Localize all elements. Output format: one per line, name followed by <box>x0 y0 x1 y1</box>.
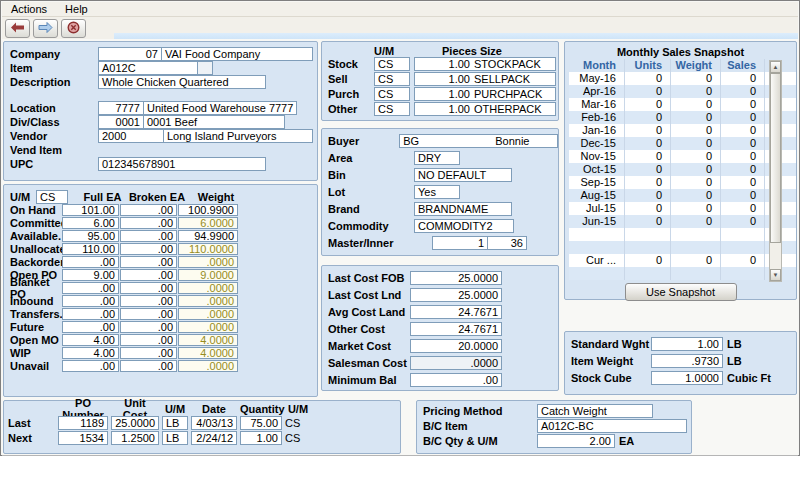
po-number-field[interactable]: 1189 <box>58 416 108 430</box>
company-name-field[interactable]: VAI Food Company <box>161 47 313 61</box>
quantity-full-field[interactable]: 110.00 <box>62 243 119 255</box>
snapshot-row[interactable]: Sep-15 0 0 0 <box>569 176 796 189</box>
po-qty-field[interactable]: 1.00 <box>240 431 282 445</box>
po-number-field[interactable]: 1534 <box>58 431 108 445</box>
quantity-weight-field[interactable]: 4.0000 <box>178 334 238 346</box>
brand-field[interactable]: BRANDNAME <box>414 202 512 216</box>
quantity-weight-field[interactable]: 9.0000 <box>178 269 238 281</box>
area-field[interactable]: DRY <box>414 151 460 165</box>
snapshot-row[interactable]: Jan-16 0 0 0 <box>569 124 796 137</box>
quantity-full-field[interactable]: .00 <box>62 360 119 372</box>
quantity-full-field[interactable]: .00 <box>62 282 119 294</box>
uom-pack-field[interactable]: 1.00OTHERPACK <box>414 102 556 116</box>
quantity-weight-field[interactable]: .0000 <box>178 308 238 320</box>
snapshot-row[interactable] <box>569 228 796 241</box>
quantity-weight-field[interactable]: 94.9900 <box>178 230 238 242</box>
snapshot-row[interactable]: May-16 0 0 0 <box>569 72 796 85</box>
quantity-weight-field[interactable]: 110.0000 <box>178 243 238 255</box>
vendor-code-field[interactable]: 2000 <box>98 129 164 143</box>
quantity-full-field[interactable]: 4.00 <box>62 347 119 359</box>
po-um1-field[interactable]: LB <box>162 431 188 445</box>
master-field[interactable]: 1 <box>432 236 488 250</box>
weight-value-field[interactable]: 1.0000 <box>651 371 723 385</box>
uom-pack-field[interactable]: 1.00PURCHPACK <box>414 87 556 101</box>
bc-qty-field[interactable]: 2.00 <box>537 434 615 448</box>
description-field[interactable]: Whole Chicken Quartered <box>98 75 266 89</box>
po-unit-cost-field[interactable]: 25.0000 <box>111 416 159 430</box>
quantity-broken-field[interactable]: .00 <box>120 217 177 229</box>
weight-value-field[interactable]: 1.00 <box>651 337 723 351</box>
uom-um-field[interactable]: CS <box>374 57 410 71</box>
quantity-weight-field[interactable]: .0000 <box>178 321 238 333</box>
snapshot-row[interactable] <box>569 267 796 280</box>
bin-field[interactable]: NO DEFAULT <box>414 168 512 182</box>
inner-field[interactable]: 36 <box>487 236 527 250</box>
quantity-broken-field[interactable]: .00 <box>120 269 177 281</box>
quantity-broken-field[interactable]: .00 <box>120 321 177 333</box>
snapshot-row[interactable]: Aug-15 0 0 0 <box>569 189 796 202</box>
back-button[interactable] <box>5 19 30 38</box>
weight-value-field[interactable]: .9730 <box>651 354 723 368</box>
snapshot-row[interactable]: Jul-15 0 0 0 <box>569 202 796 215</box>
location-name-field[interactable]: United Food Warehouse 7777 <box>143 101 297 115</box>
snapshot-row[interactable]: Oct-15 0 0 0 <box>569 163 796 176</box>
uom-um-field[interactable]: CS <box>374 72 410 86</box>
snapshot-row[interactable] <box>569 241 796 254</box>
bc-item-field[interactable]: A012C-BC <box>537 419 687 433</box>
quantity-broken-field[interactable]: .00 <box>120 256 177 268</box>
quantity-weight-field[interactable]: .0000 <box>178 360 238 372</box>
scrollbar-thumb[interactable] <box>770 73 781 243</box>
buyer-field[interactable]: BGBonnie <box>399 134 558 148</box>
quantity-full-field[interactable]: .00 <box>62 308 119 320</box>
location-code-field[interactable]: 7777 <box>98 101 144 115</box>
forward-button[interactable] <box>33 19 58 38</box>
quantity-full-field[interactable]: 9.00 <box>62 269 119 281</box>
use-snapshot-button[interactable]: Use Snapshot <box>625 283 737 301</box>
quantity-full-field[interactable]: 6.00 <box>62 217 119 229</box>
div-class-code-field[interactable]: 0001 <box>98 115 144 129</box>
um-input[interactable]: CS <box>36 190 68 204</box>
po-qty-field[interactable]: 75.00 <box>240 416 282 430</box>
cost-value-field[interactable]: .0000 <box>410 356 502 370</box>
cost-value-field[interactable]: .00 <box>410 373 502 387</box>
quantity-broken-field[interactable]: .00 <box>120 243 177 255</box>
quantity-weight-field[interactable]: 100.9900 <box>178 204 238 216</box>
commodity-field[interactable]: COMMODITY2 <box>414 219 514 233</box>
cost-value-field[interactable]: 24.7671 <box>410 322 502 336</box>
snapshot-row[interactable]: Apr-16 0 0 0 <box>569 85 796 98</box>
po-um1-field[interactable]: LB <box>162 416 188 430</box>
quantity-broken-field[interactable]: .00 <box>120 204 177 216</box>
snapshot-row[interactable]: Feb-16 0 0 0 <box>569 111 796 124</box>
div-class-name-field[interactable]: 0001 Beef <box>143 115 285 129</box>
pricing-method-field[interactable]: Catch Weight <box>537 404 653 418</box>
quantity-weight-field[interactable]: 4.0000 <box>178 347 238 359</box>
menu-help[interactable]: Help <box>56 2 97 16</box>
po-unit-cost-field[interactable]: 1.2500 <box>111 431 159 445</box>
menu-actions[interactable]: Actions <box>2 2 56 16</box>
cost-value-field[interactable]: 25.0000 <box>410 271 502 285</box>
cost-value-field[interactable]: 24.7671 <box>410 305 502 319</box>
quantity-full-field[interactable]: .00 <box>62 321 119 333</box>
po-date-field[interactable]: 4/03/13 <box>191 416 237 430</box>
snapshot-scrollbar[interactable]: ▲ ▼ <box>769 60 782 282</box>
quantity-broken-field[interactable]: .00 <box>120 360 177 372</box>
uom-pack-field[interactable]: 1.00STOCKPACK <box>414 57 556 71</box>
quantity-broken-field[interactable]: .00 <box>120 295 177 307</box>
quantity-full-field[interactable]: 4.00 <box>62 334 119 346</box>
quantity-full-field[interactable]: .00 <box>62 295 119 307</box>
snapshot-row[interactable]: Cur ... 0 0 0 <box>569 254 796 267</box>
vendor-name-field[interactable]: Long Island Purveyors <box>163 129 313 143</box>
snapshot-row[interactable]: Mar-16 0 0 0 <box>569 98 796 111</box>
item-code-ext-field[interactable] <box>197 61 213 75</box>
item-code-field[interactable]: A012C <box>98 61 198 75</box>
snapshot-row[interactable]: Nov-15 0 0 0 <box>569 150 796 163</box>
po-date-field[interactable]: 2/24/12 <box>191 431 237 445</box>
cancel-button[interactable] <box>61 19 86 38</box>
quantity-broken-field[interactable]: .00 <box>120 347 177 359</box>
quantity-broken-field[interactable]: .00 <box>120 230 177 242</box>
upc-field[interactable]: 012345678901 <box>98 157 266 171</box>
quantity-weight-field[interactable]: .0000 <box>178 282 238 294</box>
uom-um-field[interactable]: CS <box>374 102 410 116</box>
company-code-field[interactable]: 07 <box>98 47 162 61</box>
uom-um-field[interactable]: CS <box>374 87 410 101</box>
